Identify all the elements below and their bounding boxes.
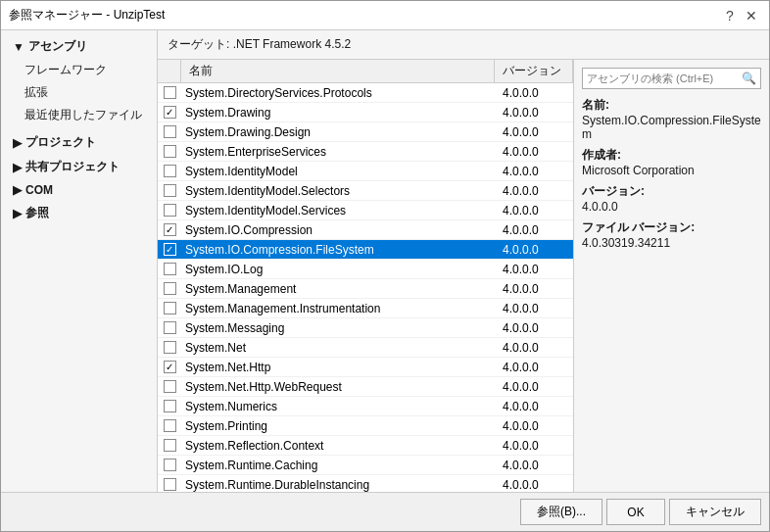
table-row[interactable]: System.EnterpriseServices4.0.0.0 xyxy=(158,142,573,162)
checkbox[interactable] xyxy=(164,263,176,275)
main-content: ▼ アセンブリ フレームワーク 拡張 最近使用したファイル ▶ プロジェクト ▶… xyxy=(1,30,769,492)
table-row[interactable]: System.IO.Compression4.0.0.0 xyxy=(158,220,573,240)
table-row[interactable]: System.IdentityModel.Selectors4.0.0.0 xyxy=(158,181,573,201)
row-name: System.Management.Instrumentation xyxy=(181,300,495,317)
row-name: System.IO.Log xyxy=(181,261,495,278)
table-row[interactable]: System.Drawing.Design4.0.0.0 xyxy=(158,122,573,142)
row-version: 4.0.0.0 xyxy=(495,339,573,357)
info-name-label: 名前: xyxy=(582,97,761,114)
row-name: System.EnterpriseServices xyxy=(181,143,495,161)
close-button[interactable]: ✕ xyxy=(742,6,761,25)
list-header: 名前 バージョン xyxy=(158,60,573,83)
checkbox[interactable] xyxy=(164,184,176,197)
sidebar-projects-header[interactable]: ▶ プロジェクト xyxy=(1,130,157,155)
row-name: System.IO.Compression xyxy=(181,221,495,239)
checkbox[interactable] xyxy=(164,165,176,177)
checkbox[interactable] xyxy=(164,204,176,217)
checkbox[interactable] xyxy=(164,459,176,471)
checkbox[interactable] xyxy=(164,380,176,393)
row-name: System.Numerics xyxy=(181,398,495,415)
sidebar-item-framework[interactable]: フレームワーク xyxy=(1,59,157,81)
sidebar-shared-header[interactable]: ▶ 共有プロジェクト xyxy=(1,155,157,179)
checkbox[interactable] xyxy=(164,302,176,314)
row-version: 4.0.0.0 xyxy=(495,437,573,455)
check-cell xyxy=(158,419,181,432)
checkbox[interactable] xyxy=(164,86,176,99)
row-name: System.Management xyxy=(181,280,495,298)
table-row[interactable]: System.IO.Compression.FileSystem4.0.0.0 xyxy=(158,240,573,260)
check-cell xyxy=(158,439,181,452)
table-row[interactable]: System.Printing4.0.0.0 xyxy=(158,416,573,436)
sidebar-shared-label: 共有プロジェクト xyxy=(25,159,120,175)
col-header-version: バージョン xyxy=(495,60,573,82)
com-arrow-icon: ▶ xyxy=(13,183,22,197)
table-row[interactable]: System.Reflection.Context4.0.0.0 xyxy=(158,436,573,456)
checkbox[interactable] xyxy=(164,361,176,373)
ok-button[interactable]: OK xyxy=(606,499,665,525)
table-row[interactable]: System.IdentityModel4.0.0.0 xyxy=(158,162,573,181)
info-version-label: バージョン: xyxy=(582,183,761,200)
table-row[interactable]: System.Drawing4.0.0.0 xyxy=(158,103,573,122)
search-box[interactable]: 🔍 xyxy=(582,68,761,89)
checkbox[interactable] xyxy=(164,125,176,138)
checkbox[interactable] xyxy=(164,400,176,412)
sidebar-assembly-header[interactable]: ▼ アセンブリ xyxy=(1,34,157,59)
checkbox[interactable] xyxy=(164,439,176,452)
check-cell xyxy=(158,125,181,138)
browse-arrow-icon: ▶ xyxy=(13,207,22,220)
table-row[interactable]: System.Management4.0.0.0 xyxy=(158,279,573,299)
table-row[interactable]: System.Messaging4.0.0.0 xyxy=(158,318,573,338)
checkbox[interactable] xyxy=(164,419,176,432)
assembly-list[interactable]: 名前 バージョン System.DirectoryServices.Protoc… xyxy=(158,60,573,492)
check-cell xyxy=(158,361,181,373)
checkbox[interactable] xyxy=(164,223,176,236)
browse-button[interactable]: 参照(B)... xyxy=(520,499,602,525)
table-row[interactable]: System.Net.Http.WebRequest4.0.0.0 xyxy=(158,377,573,397)
checkbox[interactable] xyxy=(164,243,176,256)
sidebar-projects-label: プロジェクト xyxy=(25,134,96,151)
table-row[interactable]: System.Net4.0.0.0 xyxy=(158,338,573,358)
row-version: 4.0.0.0 xyxy=(495,378,573,396)
row-name: System.Drawing.Design xyxy=(181,123,495,141)
table-row[interactable]: System.DirectoryServices.Protocols4.0.0.… xyxy=(158,83,573,103)
checkbox[interactable] xyxy=(164,282,176,295)
row-name: System.Drawing xyxy=(181,104,495,121)
check-cell xyxy=(158,204,181,217)
sidebar-com-header[interactable]: ▶ COM xyxy=(1,179,157,201)
table-row[interactable]: System.Runtime.Caching4.0.0.0 xyxy=(158,456,573,475)
table-row[interactable]: System.Management.Instrumentation4.0.0.0 xyxy=(158,299,573,318)
row-name: System.Runtime.DurableInstancing xyxy=(181,476,495,493)
search-input[interactable] xyxy=(587,73,742,84)
right-panel: 🔍 名前: System.IO.Compression.FileSystem 作… xyxy=(573,60,769,492)
check-cell xyxy=(158,400,181,412)
table-row[interactable]: System.Net.Http4.0.0.0 xyxy=(158,358,573,377)
row-version: 4.0.0.0 xyxy=(495,319,573,337)
help-button[interactable]: ? xyxy=(720,6,740,25)
row-name: System.Net xyxy=(181,339,495,357)
row-version: 4.0.0.0 xyxy=(495,261,573,278)
row-version: 4.0.0.0 xyxy=(495,143,573,161)
row-version: 4.0.0.0 xyxy=(495,104,573,121)
row-name: System.Net.Http xyxy=(181,359,495,376)
table-row[interactable]: System.IO.Log4.0.0.0 xyxy=(158,260,573,279)
table-row[interactable]: System.Numerics4.0.0.0 xyxy=(158,397,573,416)
checkbox[interactable] xyxy=(164,145,176,158)
sidebar-item-extension[interactable]: 拡張 xyxy=(1,81,157,104)
checkbox[interactable] xyxy=(164,321,176,334)
shared-arrow-icon: ▶ xyxy=(13,161,22,174)
checkbox[interactable] xyxy=(164,341,176,354)
info-file-version-value: 4.0.30319.34211 xyxy=(582,236,761,250)
sidebar-browse-header[interactable]: ▶ 参照 xyxy=(1,201,157,225)
check-cell xyxy=(158,86,181,99)
row-name: System.Messaging xyxy=(181,319,495,337)
row-version: 4.0.0.0 xyxy=(495,123,573,141)
checkbox[interactable] xyxy=(164,106,176,119)
cancel-button[interactable]: キャンセル xyxy=(669,499,761,525)
info-panel: 名前: System.IO.Compression.FileSystem 作成者… xyxy=(582,97,761,250)
checkbox[interactable] xyxy=(164,478,176,491)
table-row[interactable]: System.IdentityModel.Services4.0.0.0 xyxy=(158,201,573,220)
list-rows-container: System.DirectoryServices.Protocols4.0.0.… xyxy=(158,83,573,492)
check-cell xyxy=(158,282,181,295)
sidebar-item-recent[interactable]: 最近使用したファイル xyxy=(1,104,157,126)
table-row[interactable]: System.Runtime.DurableInstancing4.0.0.0 xyxy=(158,475,573,492)
